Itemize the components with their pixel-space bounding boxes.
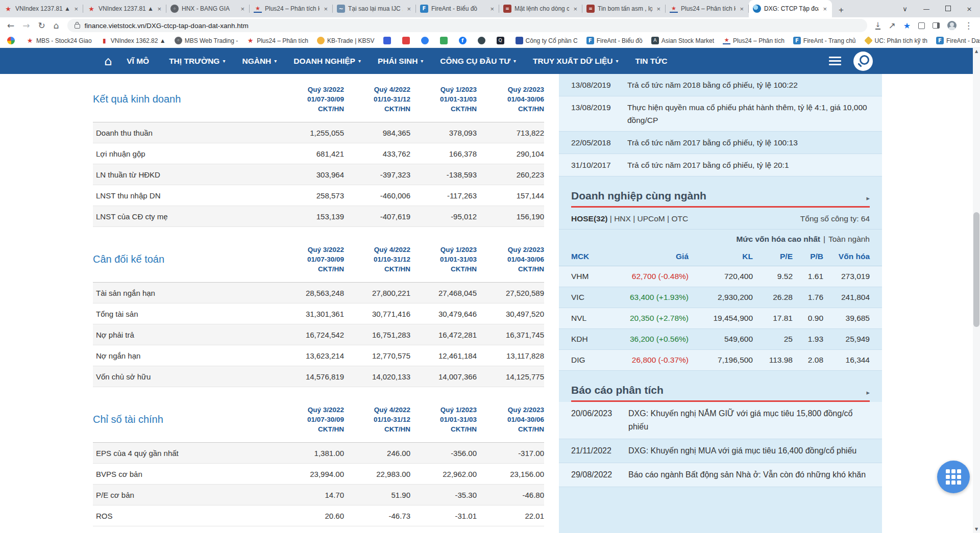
bookmark-item[interactable] xyxy=(497,37,507,44)
nav-menu-item[interactable]: PHÁI SINH ▾ xyxy=(378,57,423,66)
tab-close-icon[interactable]: × xyxy=(73,5,79,13)
tab-close-icon[interactable]: × xyxy=(323,5,329,13)
event-text[interactable]: Trả cổ tức năm 2018 bằng cổ phiếu, tỷ lệ… xyxy=(627,79,870,91)
chevron-down-icon: ▾ xyxy=(513,58,516,64)
report-text[interactable]: DXG: Khuyến nghị MUA với giá mục tiêu 16… xyxy=(628,444,870,458)
financial-row: LNST thu nhập DN 258,573 -460,006 -117,2… xyxy=(93,185,544,206)
nav-menu-item[interactable]: THỊ TRƯỜNG ▾ xyxy=(169,57,225,66)
exchange-active[interactable]: HOSE(32) xyxy=(571,214,608,223)
bookmark-item[interactable]: FireAnt - Dashboard xyxy=(936,37,980,44)
bookmark-item[interactable]: FireAnt - Biểu đồ xyxy=(586,37,643,44)
nav-menu-item[interactable]: TRUY XUẤT DỮ LIỆU ▾ xyxy=(533,57,618,66)
event-text[interactable]: Thực hiện quyền mua cổ phiếu phát hành t… xyxy=(627,101,870,126)
exchange-tabs[interactable]: HOSE(32) | HNX | UPCoM | OTC xyxy=(571,214,688,223)
search-button[interactable] xyxy=(853,52,873,71)
browser-tab[interactable]: VNIndex 1237.81 ▲ +0 × xyxy=(0,0,83,17)
scrollbar-thumb[interactable] xyxy=(973,212,979,327)
minimize-button[interactable]: — xyxy=(916,5,937,13)
browser-tab[interactable]: Tin bom tấn asm , lợi nh × xyxy=(582,0,666,17)
bookmark-item[interactable]: MBS Web Trading - xyxy=(175,37,238,44)
forward-icon[interactable]: → xyxy=(22,21,30,30)
bookmark-item[interactable] xyxy=(478,37,488,44)
tab-close-icon[interactable]: × xyxy=(822,5,828,13)
event-text[interactable]: Trả cổ tức năm 2017 bằng cổ phiếu, tỷ lệ… xyxy=(627,136,870,149)
nav-menu-item[interactable]: TIN TỨC xyxy=(635,57,671,66)
arrow-right-icon[interactable]: ▸ xyxy=(866,194,870,202)
tab-close-icon[interactable]: × xyxy=(156,5,162,13)
stock-ticker[interactable]: DIG xyxy=(571,356,603,365)
bookmark-item[interactable]: Công ty Cổ phần C xyxy=(516,37,578,44)
bookmark-item[interactable] xyxy=(459,37,469,44)
stock-ticker[interactable]: KDH xyxy=(571,335,603,344)
bookmark-item[interactable] xyxy=(440,37,450,44)
address-bar[interactable]: finance.vietstock.vn/DXG-ctcp-tap-doan-d… xyxy=(67,19,867,32)
stock-ticker[interactable]: NVL xyxy=(571,314,603,323)
tab-close-icon[interactable]: × xyxy=(406,5,412,13)
bookmark-item[interactable]: MBS - Stock24 Giao xyxy=(26,37,92,44)
tab-close-icon[interactable]: × xyxy=(489,5,495,13)
cell-value: 14,020,133 xyxy=(344,372,410,381)
hamburger-menu-icon[interactable] xyxy=(829,57,841,65)
sidebar-icon[interactable] xyxy=(933,22,940,29)
url-text[interactable]: finance.vietstock.vn/DXG-ctcp-tap-doan-d… xyxy=(85,22,249,30)
browser-tab[interactable]: Plus24 – Phân tích kỹ th × xyxy=(250,0,333,17)
bookmark-item[interactable]: UC: Phân tích kỹ th xyxy=(865,37,927,44)
bookmark-item[interactable]: KB-Trade | KBSV xyxy=(317,37,375,44)
bookmark-item[interactable] xyxy=(7,37,17,44)
bookmark-item[interactable] xyxy=(383,37,394,44)
tab-close-icon[interactable]: × xyxy=(655,5,662,13)
bookmark-item[interactable] xyxy=(402,37,412,44)
nav-menu-item[interactable]: VĨ MÔ xyxy=(127,57,152,66)
browser-tab[interactable]: HNX - BANG GIA × xyxy=(166,0,250,17)
scrollbar-up-icon[interactable]: ▲ xyxy=(973,48,980,55)
home-icon[interactable]: ⌂ xyxy=(54,21,59,30)
financial-section-header: Chỉ số tài chính Quý 3/2022 01/07-30/09 … xyxy=(93,397,544,443)
browser-tab[interactable]: VNIndex 1237.81 ▲ +0 × xyxy=(83,0,166,17)
bookmark-item[interactable]: Asian Stock Market xyxy=(651,37,714,44)
bookmark-item[interactable]: VNIndex 1362.82 ▲ xyxy=(101,37,166,44)
maximize-button[interactable] xyxy=(937,5,959,13)
report-text[interactable]: Báo cáo ngành Bất động sản Nhà ở: Vẫn cò… xyxy=(628,468,870,481)
tab-close-icon[interactable]: × xyxy=(572,5,578,13)
stock-ticker[interactable]: VHM xyxy=(571,272,603,281)
nav-home-icon[interactable]: ⌂ xyxy=(104,54,112,68)
bookmark-item[interactable]: Plus24 – Phân tích xyxy=(247,37,308,44)
bookmark-item[interactable]: FireAnt - Trang chủ xyxy=(793,37,856,44)
bookmark-item[interactable] xyxy=(421,37,431,44)
filter-alt-link[interactable]: Toàn ngành xyxy=(828,235,870,244)
stock-table: VHM 62,700 (-0.48%) 720,400 9.52 1.61 27… xyxy=(559,266,882,371)
browser-tab[interactable]: FireAnt - Biểu đồ × xyxy=(416,0,499,17)
new-tab-button[interactable]: + xyxy=(834,3,848,17)
bookmark-star-icon[interactable]: ★ xyxy=(903,21,911,31)
menu-kebab-icon[interactable]: ⋮ xyxy=(964,21,973,30)
nav-menu-item[interactable]: NGÀNH ▾ xyxy=(242,57,277,66)
page-scrollbar[interactable]: ▲ ▼ xyxy=(973,48,980,533)
browser-tab[interactable]: Tại sao lại mua IJC , tại × xyxy=(333,0,416,17)
nav-menu-item[interactable]: DOANH NGHIỆP ▾ xyxy=(293,57,361,66)
tab-close-icon[interactable]: × xyxy=(739,5,745,13)
nav-menu-item[interactable]: CÔNG CỤ ĐẦU TƯ ▾ xyxy=(440,57,516,66)
reload-icon[interactable]: ↻ xyxy=(38,21,45,30)
share-icon[interactable]: ↗ xyxy=(888,21,895,30)
browser-tab[interactable]: DXG: CTCP Tập đoàn Đấ × xyxy=(749,0,832,17)
arrow-right-icon[interactable]: ▸ xyxy=(866,389,870,396)
download-icon[interactable]: ↓ xyxy=(875,21,881,30)
quarter-label: Quý 2/2023 xyxy=(477,405,544,415)
browser-tab[interactable]: Mặt lệnh cho dòng cổ p × xyxy=(499,0,582,17)
extensions-icon[interactable] xyxy=(918,22,925,29)
bookmark-item[interactable]: Plus24 – Phân tích xyxy=(723,37,785,44)
lock-icon[interactable] xyxy=(75,24,80,29)
floating-apps-button[interactable] xyxy=(937,461,970,493)
back-icon[interactable]: ← xyxy=(7,21,14,30)
close-button[interactable]: × xyxy=(959,5,980,13)
stock-ticker[interactable]: VIC xyxy=(571,293,603,302)
tab-search-icon[interactable]: ∨ xyxy=(894,5,916,13)
quarter-column-header: Quý 4/2022 01/10-31/12 CKT/HN xyxy=(344,245,410,274)
tab-close-icon[interactable]: × xyxy=(239,5,246,13)
event-text[interactable]: Trả cổ tức năm 2017 bằng cổ phiếu, tỷ lệ… xyxy=(627,159,870,171)
report-text[interactable]: DXG: Khuyến nghị NẮM GIỮ với giá mục tiê… xyxy=(628,407,870,434)
scrollbar-down-icon[interactable]: ▼ xyxy=(973,526,980,533)
profile-avatar[interactable] xyxy=(947,21,957,30)
exchange-links[interactable]: | HNX | UPCoM | OTC xyxy=(608,214,689,223)
browser-tab[interactable]: Plus24 – Phân tích kỹ th × xyxy=(666,0,749,17)
